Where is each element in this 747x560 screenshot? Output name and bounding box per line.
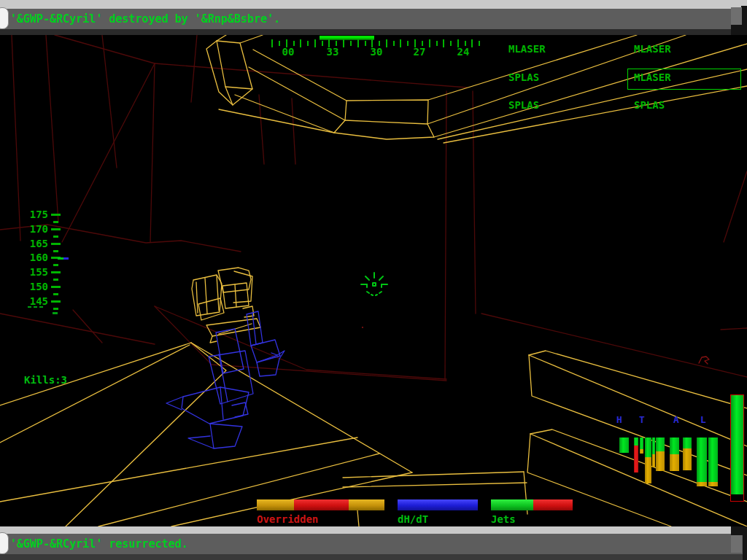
gauge-segment-green (491, 499, 533, 510)
gauge-segment-red (294, 499, 349, 510)
compass-label: 33 (318, 46, 347, 58)
compass-label: 24 (449, 46, 478, 58)
kill-feed-message: '&GWP-&RCyril' destroyed by '&Rnp&Bsbre'… (10, 12, 280, 26)
ladder-continuation-dash (34, 306, 37, 308)
main-status-bar (730, 394, 744, 502)
game-window: 00 33 30 27 24 MLASER SPLAS SPLAS MLASER… (0, 0, 747, 560)
damage-bar (697, 438, 707, 486)
heat-label: dH/dT (398, 513, 428, 525)
damage-letter-legs: L (700, 414, 706, 425)
jets-gauge (491, 499, 573, 510)
damage-letter-head: H (616, 414, 622, 425)
altimeter-value: 150 (22, 281, 48, 292)
weapon-item: SPLAS (508, 71, 539, 83)
window-top-strip (0, 0, 747, 9)
altimeter-marker-green (58, 257, 63, 260)
altimeter-ladder: 175 170 165 160 155 150 145 (22, 209, 73, 325)
throttle-label: Overridden (257, 513, 318, 525)
bottom-message-bar: '&GWP-&RCyril' resurrected. (0, 534, 747, 554)
weapon-item: MLASER (634, 43, 671, 55)
damage-bar (619, 438, 629, 453)
mech-torso-wireframe (192, 268, 260, 343)
top-inner-edge (0, 29, 747, 35)
altimeter-value: 155 (22, 266, 48, 278)
gauge-segment-red (533, 499, 573, 510)
altimeter-value: 170 (22, 223, 48, 235)
damage-bar (656, 438, 665, 471)
damage-bar (652, 438, 655, 467)
heat-gauge (398, 499, 478, 510)
gauge-segment-yellow (257, 499, 294, 510)
altimeter-value: 175 (22, 209, 48, 220)
weapon-item: SPLAS (508, 99, 539, 111)
top-left-scroll-knob[interactable] (0, 7, 9, 29)
damage-bar (634, 438, 638, 472)
ladder-continuation-dash (28, 306, 31, 308)
ladder-continuation-tick (53, 312, 58, 314)
compass-ticks-minor (279, 41, 486, 46)
damage-bar (670, 438, 679, 471)
ladder-continuation-dash (39, 306, 43, 308)
damage-letter-arms: A (673, 414, 679, 425)
weapon-item: SPLAS (634, 99, 665, 111)
bottom-right-corner-shadow2 (743, 526, 747, 560)
jets-label: Jets (491, 513, 516, 525)
gauge-segment-blue (398, 499, 478, 510)
respawn-message: '&GWP-&RCyril' resurrected. (10, 537, 188, 551)
altimeter-value: 165 (22, 238, 48, 249)
compass-label: 27 (405, 46, 434, 58)
damage-bar (683, 438, 692, 470)
altimeter-value: 160 (22, 252, 48, 263)
compass-label: 30 (362, 46, 391, 58)
damage-bar (640, 438, 643, 454)
weapon-item: MLASER (508, 43, 546, 55)
top-message-bar: '&GWP-&RCyril' destroyed by '&Rnp&Bsbre'… (0, 9, 747, 29)
top-right-corner-shadow2 (731, 25, 747, 35)
kills-counter: Kills:3 (24, 374, 67, 386)
altimeter-value: 145 (22, 295, 48, 307)
damage-bar (708, 438, 718, 486)
targeting-reticle-icon (361, 273, 387, 295)
damage-letter-torso: T (639, 414, 645, 425)
throttle-gauge (257, 499, 384, 510)
gauge-segment-yellow (349, 499, 384, 510)
bottom-right-corner-block (731, 535, 742, 553)
damage-bar (645, 438, 651, 483)
bottom-inner-edge (0, 554, 747, 560)
compass-label: 00 (274, 46, 303, 58)
bottom-left-scroll-knob[interactable] (0, 532, 9, 554)
weapon-item-selected: MLASER (634, 71, 671, 83)
window-bottom-strip (0, 526, 747, 534)
altimeter-marker-blue (63, 257, 69, 260)
top-right-corner-block (731, 7, 742, 25)
